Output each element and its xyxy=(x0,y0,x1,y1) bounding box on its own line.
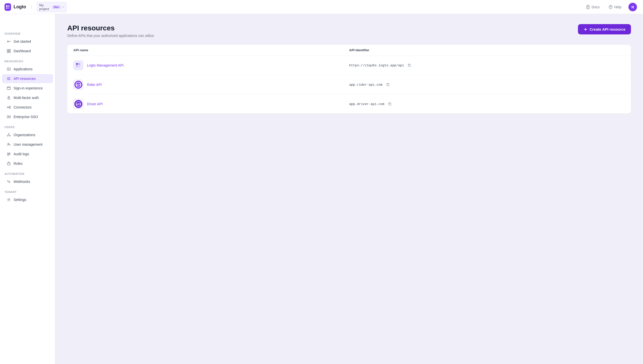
svg-rect-25 xyxy=(7,116,9,118)
sidebar-item-applications[interactable]: Applications xyxy=(2,65,53,74)
docs-icon xyxy=(586,5,590,9)
section-tenant: TENANT xyxy=(0,186,55,195)
api-resources-table: API name API Identifier Logt xyxy=(67,45,631,114)
svg-rect-38 xyxy=(76,63,78,65)
avatar[interactable]: N xyxy=(628,3,637,11)
sidebar-item-label: Applications xyxy=(14,67,33,71)
user-management-icon xyxy=(7,142,11,147)
page-title-area: API resources Define APIs that your auth… xyxy=(67,24,154,38)
sidebar-item-roles[interactable]: Roles xyxy=(2,159,53,168)
copy-icon xyxy=(388,102,392,106)
sidebar-item-webhooks[interactable]: Webhooks xyxy=(2,177,53,186)
svg-rect-46 xyxy=(387,84,389,86)
sidebar-item-label: Roles xyxy=(14,162,23,166)
table-row[interactable]: API Driver API app.driver-api.com xyxy=(67,94,631,114)
connectors-icon xyxy=(7,105,11,110)
sidebar-item-multi-factor-auth[interactable]: Multi-factor auth xyxy=(2,93,53,102)
svg-rect-42 xyxy=(409,65,411,67)
topbar-left: Logto | My project Dev xyxy=(0,2,55,12)
sidebar-item-organizations[interactable]: Organizations xyxy=(2,130,53,139)
svg-text:API: API xyxy=(76,103,81,106)
col-api-name: API name xyxy=(73,48,349,52)
svg-point-21 xyxy=(9,98,9,99)
api-identifier-driver: app.driver-api.com xyxy=(349,101,625,107)
table-row[interactable]: Logto Management API https://c1qu6s.logt… xyxy=(67,56,631,75)
dashboard-icon xyxy=(7,49,11,53)
svg-rect-50 xyxy=(389,103,391,105)
sidebar-item-label: Multi-factor auth xyxy=(14,96,39,100)
svg-rect-37 xyxy=(75,62,82,69)
help-button[interactable]: Help xyxy=(607,4,623,11)
sign-in-icon xyxy=(7,86,11,90)
sidebar-item-connectors[interactable]: Connectors xyxy=(2,103,53,112)
sidebar: OVERVIEW Get started Dashboard RESOURCES xyxy=(0,14,55,364)
section-users: USERS xyxy=(0,122,55,130)
main-content: API resources Define APIs that your auth… xyxy=(55,14,643,364)
page-header: API resources Define APIs that your auth… xyxy=(67,24,631,38)
page-subtitle: Define APIs that your authorized applica… xyxy=(67,34,154,38)
table-header: API name API Identifier xyxy=(67,45,631,56)
svg-point-9 xyxy=(611,8,611,8)
sidebar-item-label: Enterprise SSO xyxy=(14,115,38,119)
svg-point-18 xyxy=(8,87,8,87)
svg-text:API: API xyxy=(76,83,81,86)
applications-icon xyxy=(7,67,11,71)
project-selector[interactable]: My project Dev xyxy=(37,2,67,12)
sidebar-item-audit-logs[interactable]: Audit logs xyxy=(2,149,53,159)
svg-rect-39 xyxy=(78,63,80,65)
section-automation: AUTOMATION xyxy=(0,168,55,177)
help-label: Help xyxy=(614,5,621,9)
topbar: Logto | My project Dev Docs xyxy=(0,0,643,14)
sidebar-item-user-management[interactable]: User management xyxy=(2,140,53,149)
page-title: API resources xyxy=(67,24,154,32)
copy-identifier-button[interactable] xyxy=(406,62,412,68)
svg-rect-0 xyxy=(6,5,8,7)
svg-rect-26 xyxy=(9,116,11,118)
api-name-cell: API Rider API xyxy=(73,80,349,90)
create-api-resource-button[interactable]: Create API resource xyxy=(578,24,631,34)
sidebar-item-label: Dashboard xyxy=(14,49,31,53)
table-row[interactable]: API Rider API app.rider-api.com xyxy=(67,75,631,94)
sidebar-item-get-started[interactable]: Get started xyxy=(2,37,53,46)
sidebar-item-label: User management xyxy=(14,142,42,146)
svg-rect-41 xyxy=(78,65,80,67)
section-overview: OVERVIEW xyxy=(0,28,55,37)
sidebar-item-api-resources[interactable]: API resources xyxy=(2,74,53,83)
api-name-cell: Logto Management API xyxy=(73,60,349,70)
docs-button[interactable]: Docs xyxy=(584,4,602,11)
sidebar-item-sign-in-experience[interactable]: Sign-in experience xyxy=(2,84,53,93)
audit-logs-icon xyxy=(7,152,11,156)
api-identifier-rider: app.rider-api.com xyxy=(349,82,625,88)
svg-point-16 xyxy=(10,79,11,80)
avatar-initial: N xyxy=(631,5,634,9)
logo-text: Logto xyxy=(14,4,26,10)
svg-rect-17 xyxy=(7,87,11,90)
copy-icon xyxy=(407,63,411,67)
enterprise-sso-icon xyxy=(7,115,11,119)
copy-identifier-button[interactable] xyxy=(385,82,391,88)
svg-rect-14 xyxy=(9,51,11,53)
sidebar-item-enterprise-sso[interactable]: Enterprise SSO xyxy=(2,112,53,121)
svg-rect-2 xyxy=(6,7,8,9)
sidebar-item-dashboard[interactable]: Dashboard xyxy=(2,46,53,56)
sidebar-item-label: Organizations xyxy=(14,133,35,137)
api-name-driver: Driver API xyxy=(87,102,103,106)
env-tag: Dev xyxy=(52,5,60,9)
svg-point-24 xyxy=(10,108,11,109)
api-resources-icon xyxy=(7,76,11,81)
project-name: My project xyxy=(39,3,51,11)
api-icon-rider: API xyxy=(73,80,83,90)
chevron-down-icon xyxy=(62,6,64,9)
layout: OVERVIEW Get started Dashboard RESOURCES xyxy=(0,0,643,364)
identifier-text: https://c1qu6s.logto.app/api xyxy=(349,64,404,67)
sidebar-item-settings[interactable]: Settings xyxy=(2,195,53,204)
sidebar-item-label: Webhooks xyxy=(14,180,30,184)
svg-rect-3 xyxy=(8,7,10,9)
svg-point-36 xyxy=(8,199,9,200)
svg-rect-35 xyxy=(7,163,10,165)
plus-icon xyxy=(583,27,587,31)
sidebar-item-label: Sign-in experience xyxy=(14,86,43,90)
copy-identifier-button[interactable] xyxy=(387,101,393,107)
create-btn-label: Create API resource xyxy=(590,27,625,31)
identifier-text: app.rider-api.com xyxy=(349,83,383,87)
